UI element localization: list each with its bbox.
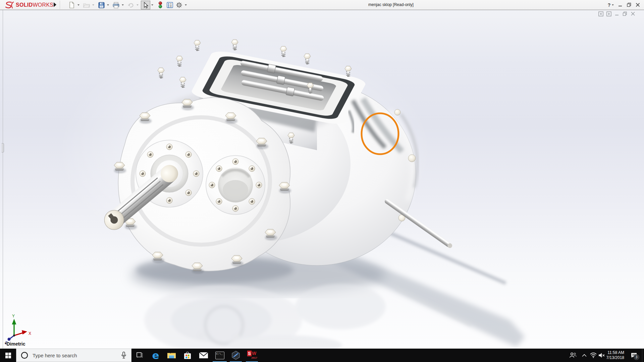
triad-x-label: X [29, 331, 31, 336]
file-explorer-icon [167, 352, 176, 359]
task-view-icon [136, 352, 143, 359]
chevron-up-icon [582, 354, 587, 357]
cortana-icon [20, 351, 29, 359]
previous-pane-button[interactable] [598, 11, 604, 17]
solidworks-wordmark: SOLIDWORKS [16, 2, 53, 8]
next-pane-button[interactable] [606, 11, 612, 17]
edge-icon: e [152, 351, 159, 360]
wifi-icon [590, 353, 597, 358]
document-restore-button[interactable] [622, 11, 628, 17]
help-button[interactable]: ? [606, 0, 616, 10]
help-dropdown-icon [612, 4, 614, 6]
file-properties-button[interactable] [165, 1, 174, 9]
options-gear-button[interactable] [174, 1, 184, 9]
microphone-icon[interactable] [121, 352, 126, 359]
taskbar-hexagon-app-button[interactable] [228, 349, 244, 362]
people-icon [569, 352, 577, 358]
taskbar-file-explorer-button[interactable] [164, 349, 179, 362]
restore-button[interactable] [625, 0, 633, 10]
action-center-button[interactable]: 3 [628, 349, 640, 362]
taskbar-edge-button[interactable]: e [148, 349, 163, 362]
solidworks-window: Y X Z *Dimetric [0, 0, 644, 362]
command-prompt-icon: C:\_ [215, 352, 224, 359]
document-title: menjac sklop [Read-only] [368, 2, 414, 7]
notification-badge: 3 [634, 354, 639, 360]
titlebar: SOLIDWORKS [0, 0, 644, 10]
windows-logo-icon [5, 353, 11, 358]
start-button[interactable] [0, 349, 16, 362]
titlebar-controls: ? [606, 0, 642, 10]
toolbar-expand-arrow[interactable] [54, 2, 56, 7]
clock-date: 7/13/2018 [601, 355, 624, 360]
rebuild-button[interactable] [156, 1, 165, 9]
toolbar-separator [60, 1, 60, 9]
print-dropdown-icon[interactable] [121, 1, 125, 9]
hexagon-app-icon [231, 351, 240, 360]
new-document-button[interactable] [67, 1, 76, 9]
document-minimize-button[interactable] [614, 11, 620, 17]
3d-scene[interactable]: Y X Z [0, 0, 644, 362]
taskbar-solidworks-button[interactable]: SW 2017 [244, 349, 260, 362]
task-view-button[interactable] [132, 349, 147, 362]
select-button[interactable] [141, 1, 150, 9]
tray-overflow-button[interactable] [580, 349, 589, 362]
input-bearing-boss[interactable] [206, 156, 265, 215]
taskbar-cmd-button[interactable]: C:\_ [212, 349, 227, 362]
undo-dropdown-icon[interactable] [136, 1, 140, 9]
windows-taskbar: e C:\_ [0, 349, 644, 362]
panel-splitter[interactable] [3, 10, 3, 349]
quick-access-toolbar [67, 1, 189, 9]
save-button[interactable] [97, 1, 106, 9]
solidworks-logo-mark [5, 1, 15, 9]
view-orientation-label: *Dimetric [5, 341, 25, 347]
orientation-triad: Y X Z [5, 314, 31, 345]
taskbar-mail-button[interactable] [196, 349, 211, 362]
panel-splitter-tab[interactable] [2, 143, 4, 153]
clock-time: 11:58 AM [601, 350, 624, 355]
open-dropdown-icon[interactable] [91, 1, 95, 9]
show-desktop-button[interactable] [642, 349, 644, 362]
taskbar-store-button[interactable] [180, 349, 195, 362]
solidworks-2017-icon: SW 2017 [247, 350, 257, 360]
mail-icon [199, 352, 208, 359]
minimize-button[interactable] [616, 0, 625, 10]
options-dropdown-icon[interactable] [184, 1, 188, 9]
network-button[interactable] [589, 349, 598, 362]
document-close-button[interactable] [630, 11, 636, 17]
search-input[interactable] [32, 352, 121, 359]
document-window-controls [598, 10, 636, 17]
new-dropdown-icon[interactable] [76, 1, 80, 9]
triad-y-label: Y [12, 314, 15, 318]
people-button[interactable] [568, 349, 578, 362]
select-dropdown-icon[interactable] [150, 1, 154, 9]
print-button[interactable] [111, 1, 121, 9]
close-button[interactable] [633, 0, 642, 10]
store-icon [183, 351, 192, 360]
taskbar-clock[interactable]: 11:58 AM 7/13/2018 [601, 350, 624, 360]
solidworks-logo: SOLIDWORKS [5, 1, 53, 9]
open-button[interactable] [82, 1, 91, 9]
save-dropdown-icon[interactable] [106, 1, 110, 9]
taskbar-search[interactable] [16, 349, 131, 362]
undo-button[interactable] [126, 1, 136, 9]
